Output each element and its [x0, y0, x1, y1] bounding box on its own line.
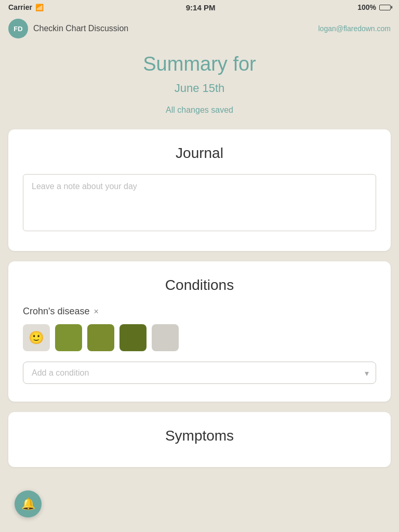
severity-smiley-button[interactable]: 🙂 — [23, 324, 50, 351]
saved-status: All changes saved — [8, 105, 391, 115]
battery-icon — [379, 5, 391, 10]
nav-logo: FD Checkin Chart Discussion — [8, 19, 128, 38]
journal-textarea[interactable] — [23, 174, 376, 231]
add-condition-wrapper: Add a condition ▾ — [23, 362, 376, 384]
status-left: Carrier 📶 — [8, 3, 44, 11]
condition-tag: Crohn's disease × — [23, 306, 99, 317]
conditions-card: Conditions Crohn's disease × 🙂 Add a con… — [8, 261, 391, 402]
symptoms-title: Symptoms — [23, 428, 376, 444]
severity-level-1-button[interactable] — [55, 324, 82, 351]
severity-level-4-button[interactable] — [152, 324, 179, 351]
battery-percent: 100% — [357, 3, 376, 11]
status-time: 9:14 PM — [186, 3, 216, 12]
journal-card: Journal — [8, 129, 391, 251]
nav-email[interactable]: logan@flaredown.com — [318, 24, 391, 33]
status-right: 100% — [357, 3, 391, 11]
condition-name: Crohn's disease — [23, 306, 90, 317]
severity-level-3-button[interactable] — [119, 324, 147, 351]
summary-date: June 15th — [8, 82, 391, 95]
severity-level-2-button[interactable] — [87, 324, 114, 351]
condition-remove-button[interactable]: × — [94, 307, 99, 316]
wifi-icon: 📶 — [35, 4, 44, 11]
notification-fab[interactable]: 🔔 — [15, 490, 42, 517]
journal-title: Journal — [23, 145, 376, 162]
add-condition-dropdown[interactable]: Add a condition — [23, 362, 376, 384]
app-logo[interactable]: FD — [8, 19, 28, 38]
page-content: Summary for June 15th All changes saved … — [0, 43, 399, 488]
status-bar: Carrier 📶 9:14 PM 100% — [0, 0, 399, 15]
severity-buttons: 🙂 — [23, 324, 376, 351]
smiley-icon: 🙂 — [29, 330, 44, 345]
symptoms-card: Symptoms — [8, 412, 391, 467]
nav-bar: FD Checkin Chart Discussion logan@flared… — [0, 15, 399, 43]
carrier-label: Carrier — [8, 3, 32, 11]
nav-title: Checkin Chart Discussion — [33, 24, 128, 33]
summary-title: Summary for — [8, 53, 391, 75]
bell-icon: 🔔 — [21, 497, 35, 511]
conditions-title: Conditions — [23, 277, 376, 294]
